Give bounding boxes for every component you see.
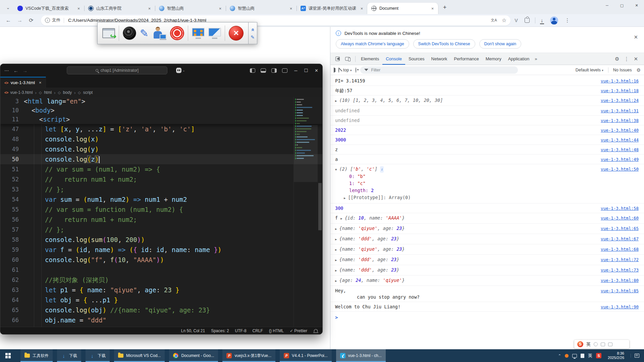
source-link[interactable]: vue-1-3.html:80 xyxy=(601,277,639,284)
source-link[interactable]: vue-1-3.html:38 xyxy=(601,117,639,124)
tab-search-icon[interactable]: ⌄ xyxy=(3,3,13,12)
toggle-panel-icon[interactable] xyxy=(261,68,266,73)
breadcrumb-item[interactable]: vue-1-3.html xyxy=(10,90,33,95)
recorder-collapse-handle[interactable]: » ✎ xyxy=(249,22,257,44)
status-item[interactable]: CRLF xyxy=(253,328,263,333)
status-item[interactable]: ✓ Prettier xyxy=(290,328,307,333)
fullscreen-capture-button[interactable] xyxy=(192,28,205,39)
source-link[interactable]: vue-1-3.html:31 xyxy=(601,108,639,114)
taskbar-item[interactable]: ↓下载 xyxy=(57,349,81,362)
tab-close-icon[interactable]: × xyxy=(147,6,152,11)
expand-caret-icon[interactable]: ▶ xyxy=(335,278,337,284)
devtools-splitter[interactable] xyxy=(330,27,330,349)
expand-caret-icon[interactable]: ▼ xyxy=(335,167,337,173)
region-capture-button[interactable] xyxy=(208,28,221,39)
sogou-tray-icon[interactable]: S xyxy=(596,353,601,358)
source-link[interactable]: vue-1-3.html:40 xyxy=(601,127,639,133)
breadcrumb[interactable]: <>vue-1-3.html›◇html›◇body›◇script xyxy=(0,88,322,97)
source-link[interactable]: vue-1-3.html:73 xyxy=(601,267,639,273)
tray-app-icon[interactable] xyxy=(565,354,569,358)
sogou-logo-icon[interactable]: S xyxy=(577,341,583,347)
vue-devtools-extension-icon[interactable]: V xyxy=(515,17,518,23)
devtools-tab-console[interactable]: Console xyxy=(382,53,405,65)
document-tray-icon[interactable] xyxy=(581,354,584,358)
window-maximize-button[interactable]: ▢ xyxy=(614,0,629,11)
vscode-forward-icon[interactable]: → xyxy=(22,68,28,73)
editor-tab-vue-1-3[interactable]: <> vue-1-3.html × xyxy=(0,77,46,88)
back-button[interactable]: ← xyxy=(3,15,13,25)
window-restore-button[interactable]: ↪ xyxy=(102,28,115,38)
browser-tab[interactable]: 智慧山商× xyxy=(155,3,226,14)
taskbar-item[interactable]: Microsoft VS Cod... xyxy=(114,349,165,362)
window-minimize-button[interactable]: ─ xyxy=(600,0,614,11)
reload-button[interactable]: ⟳ xyxy=(26,15,36,25)
window-close-button[interactable]: ✕ xyxy=(629,0,644,11)
taskbar-item[interactable]: ↓下载 xyxy=(86,349,110,362)
pencil-button[interactable]: ✎ xyxy=(140,28,149,39)
taskbar-clock[interactable]: 8:362025/2/26 xyxy=(605,351,627,360)
status-item[interactable]: Spaces: 2 xyxy=(211,328,229,333)
lens-button[interactable] xyxy=(123,26,136,40)
devtools-tab-application[interactable]: Application xyxy=(505,53,533,65)
expand-caret-icon[interactable]: ▶ xyxy=(335,98,337,104)
status-item[interactable]: UTF-8 xyxy=(235,328,247,333)
devtools-tab-network[interactable]: Network xyxy=(428,53,451,65)
expand-caret-icon[interactable]: ▶ xyxy=(335,226,337,232)
copilot-icon[interactable]: ⌄ xyxy=(176,68,185,73)
ime-language-toggle[interactable]: 英 xyxy=(586,341,591,347)
breadcrumb-item[interactable]: html xyxy=(44,90,52,95)
source-link[interactable]: vue-1-3.html:85 xyxy=(601,288,639,294)
taskbar-item[interactable]: ❮vue-1-3.html - ch... xyxy=(336,349,386,362)
console-filter-input[interactable]: Filter xyxy=(360,66,518,74)
bookmark-star-icon[interactable]: ☆ xyxy=(502,17,506,23)
ime-toolbox-icon[interactable] xyxy=(608,343,612,346)
tab-close-icon[interactable]: × xyxy=(76,6,82,11)
source-link[interactable]: vue-1-3.html:50 xyxy=(601,166,639,172)
console-settings-gear-icon[interactable]: ⚙ xyxy=(636,67,641,73)
expand-caret-icon[interactable]: ▶ xyxy=(340,216,342,222)
toggle-sidebar-icon[interactable] xyxy=(250,68,255,73)
chrome-menu-icon[interactable]: ⋮ xyxy=(565,17,570,23)
ime-moon-icon[interactable] xyxy=(594,342,598,346)
record-button[interactable] xyxy=(170,26,184,40)
source-link[interactable]: vue-1-3.html:65 xyxy=(601,225,639,232)
scrollbar-thumb[interactable] xyxy=(318,183,322,230)
code-editor[interactable]: 3<html lang="en">10 <body>11 <script> 47… xyxy=(0,97,322,327)
clear-console-icon[interactable] xyxy=(338,68,339,72)
hidden-icons-chevron[interactable]: ⌃ xyxy=(558,354,561,358)
editor-tab-close-icon[interactable]: × xyxy=(39,80,42,85)
source-link[interactable]: vue-1-3.html:49 xyxy=(601,156,639,163)
minimap[interactable] xyxy=(293,97,318,327)
source-link[interactable]: vue-1-3.html:18 xyxy=(601,87,639,94)
presenter-button[interactable] xyxy=(152,26,166,40)
input-language-indicator[interactable]: 英 xyxy=(588,353,592,359)
banner-close-icon[interactable]: ✕ xyxy=(634,34,638,40)
source-link[interactable]: vue-1-3.html:68 xyxy=(601,246,639,252)
source-link[interactable]: vue-1-3.html:90 xyxy=(601,304,639,310)
expand-caret-icon[interactable]: ▶ xyxy=(335,247,337,253)
tab-close-icon[interactable]: × xyxy=(430,6,435,11)
inspect-element-icon[interactable] xyxy=(333,55,342,63)
devtools-close-icon[interactable]: ✕ xyxy=(634,56,638,62)
source-link[interactable]: vue-1-3.html:60 xyxy=(601,215,639,221)
device-toolbar-icon[interactable] xyxy=(343,55,352,63)
taskbar-item[interactable]: PV4.4.1 - PowerPoi... xyxy=(280,349,332,362)
taskbar-item[interactable]: Pvuejs3.x-第1章Vue... xyxy=(222,349,275,362)
translate-icon[interactable]: 文A xyxy=(491,18,497,23)
source-link[interactable]: vue-1-3.html:44 xyxy=(601,137,639,143)
default-levels-dropdown[interactable]: Default levels ▾ xyxy=(576,68,603,72)
devtools-tab-performance[interactable]: Performance xyxy=(450,53,482,65)
expand-caret-icon[interactable]: ▶ xyxy=(344,195,345,201)
context-selector[interactable]: top ▾ xyxy=(343,68,352,72)
tab-close-icon[interactable]: × xyxy=(288,6,294,11)
breadcrumb-item[interactable]: script xyxy=(83,90,93,95)
toggle-secondary-sidebar-icon[interactable] xyxy=(271,68,277,73)
browser-tab[interactable]: VSCode下载_百度搜索× xyxy=(13,3,84,14)
devtools-tab-memory[interactable]: Memory xyxy=(482,53,505,65)
expand-caret-icon[interactable]: ▶ xyxy=(335,257,337,263)
source-link[interactable]: vue-1-3.html:48 xyxy=(601,146,639,153)
source-link[interactable]: vue-1-3.html:24 xyxy=(601,97,639,104)
source-link[interactable]: vue-1-3.html:67 xyxy=(601,236,639,242)
new-tab-button[interactable]: + xyxy=(440,3,449,12)
devtools-menu-icon[interactable]: ⋮ xyxy=(624,56,629,62)
